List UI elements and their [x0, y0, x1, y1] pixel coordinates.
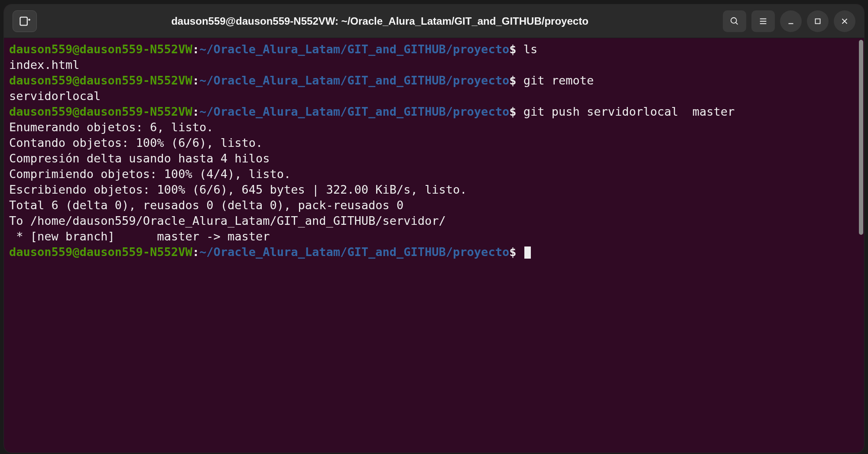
colon: :	[192, 74, 199, 87]
search-icon	[730, 16, 739, 26]
prompt-line: dauson559@dauson559-N552VW:~/Oracle_Alur…	[9, 42, 859, 57]
window-title: dauson559@dauson559-N552VW: ~/Oracle_Alu…	[40, 15, 719, 27]
scrollbar[interactable]	[859, 40, 863, 235]
new-tab-button[interactable]	[13, 10, 37, 32]
maximize-button[interactable]	[807, 10, 829, 32]
search-button[interactable]	[723, 10, 746, 32]
menu-button[interactable]	[751, 10, 775, 32]
terminal-body[interactable]: dauson559@dauson559-N552VW:~/Oracle_Alur…	[4, 38, 864, 453]
user-host: dauson559@dauson559-N552VW	[9, 245, 192, 259]
command-text: ls	[523, 42, 538, 56]
terminal-window: dauson559@dauson559-N552VW: ~/Oracle_Alu…	[4, 4, 864, 453]
prompt-symbol: $	[509, 74, 523, 87]
user-host: dauson559@dauson559-N552VW	[9, 42, 192, 56]
output-line: Total 6 (delta 0), reusados 0 (delta 0),…	[9, 198, 859, 213]
output-line: Escribiendo objetos: 100% (6/6), 645 byt…	[9, 182, 859, 198]
command-text: git push servidorlocal master	[523, 105, 735, 118]
prompt-line: dauson559@dauson559-N552VW:~/Oracle_Alur…	[9, 104, 859, 120]
close-icon	[840, 16, 849, 26]
prompt-symbol: $	[509, 42, 523, 56]
output-line: To /home/dauson559/Oracle_Alura_Latam/GI…	[9, 213, 859, 229]
user-host: dauson559@dauson559-N552VW	[9, 74, 192, 87]
working-dir: ~/Oracle_Alura_Latam/GIT_and_GITHUB/proy…	[199, 105, 509, 118]
output-line: servidorlocal	[9, 88, 859, 104]
hamburger-icon	[758, 16, 768, 26]
working-dir: ~/Oracle_Alura_Latam/GIT_and_GITHUB/proy…	[199, 42, 509, 56]
prompt-symbol: $	[509, 245, 523, 259]
output-line: Contando objetos: 100% (6/6), listo.	[9, 135, 859, 151]
minimize-button[interactable]	[780, 10, 802, 32]
working-dir: ~/Oracle_Alura_Latam/GIT_and_GITHUB/proy…	[199, 74, 509, 87]
prompt-line: dauson559@dauson559-N552VW:~/Oracle_Alur…	[9, 73, 859, 88]
svg-rect-9	[816, 19, 820, 23]
command-text: git remote	[523, 74, 594, 87]
minimize-icon	[786, 16, 796, 26]
window-controls	[723, 10, 855, 32]
output-line: Comprimiendo objetos: 100% (4/4), listo.	[9, 166, 859, 182]
titlebar: dauson559@dauson559-N552VW: ~/Oracle_Alu…	[4, 4, 864, 38]
close-button[interactable]	[834, 10, 855, 32]
svg-rect-0	[20, 17, 27, 25]
cursor	[524, 246, 531, 259]
prompt-symbol: $	[509, 105, 523, 118]
colon: :	[192, 105, 199, 118]
output-line: Compresión delta usando hasta 4 hilos	[9, 151, 859, 166]
output-line: Enumerando objetos: 6, listo.	[9, 120, 859, 135]
colon: :	[192, 245, 199, 259]
colon: :	[192, 42, 199, 56]
user-host: dauson559@dauson559-N552VW	[9, 105, 192, 118]
output-line: index.html	[9, 57, 859, 73]
output-line: * [new branch] master -> master	[9, 229, 859, 244]
maximize-icon	[813, 16, 822, 26]
working-dir: ~/Oracle_Alura_Latam/GIT_and_GITHUB/proy…	[199, 245, 509, 259]
new-tab-icon	[19, 15, 31, 27]
svg-point-3	[731, 17, 737, 23]
prompt-line: dauson559@dauson559-N552VW:~/Oracle_Alur…	[9, 244, 859, 260]
svg-line-4	[736, 22, 738, 24]
